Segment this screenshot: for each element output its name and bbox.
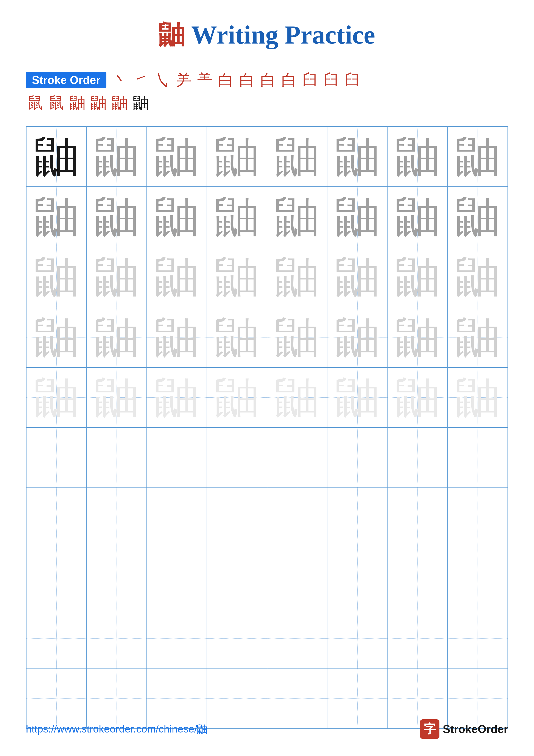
practice-char-light: 鼬: [275, 256, 318, 298]
grid-cell: 鼬: [447, 187, 508, 247]
stroke-15: 鼬: [70, 93, 85, 113]
footer-url[interactable]: https://www.strokeorder.com/chinese/鼬: [26, 722, 207, 736]
footer-logo-text: StrokeOrder: [443, 723, 508, 736]
title-text: Writing Practice: [191, 20, 375, 50]
practice-char-light: 鼬: [95, 256, 138, 298]
practice-grid: 鼬 鼬 鼬 鼬 鼬 鼬 鼬 鼬: [26, 126, 508, 729]
practice-char-medium: 鼬: [155, 135, 198, 178]
grid-cell: 鼬: [387, 307, 447, 367]
practice-char-medium: 鼬: [95, 135, 138, 178]
grid-row-8: [26, 548, 508, 608]
grid-cell: 鼬: [447, 307, 508, 367]
practice-char-light: 鼬: [35, 316, 78, 359]
grid-cell-empty: [327, 548, 387, 608]
stroke-order-row2: 鼠 鼠 鼬 鼬 鼬 鼬: [26, 93, 508, 113]
stroke-6: 白: [218, 69, 234, 90]
practice-char-very-light: 鼬: [275, 376, 318, 419]
practice-char-very-light: 鼬: [95, 376, 138, 419]
practice-char-very-light: 鼬: [456, 376, 499, 419]
practice-char-very-light: 鼬: [336, 376, 379, 419]
grid-cell-empty: [327, 608, 387, 668]
stroke-13: 鼠: [28, 93, 43, 113]
footer-logo-char: 字: [424, 721, 436, 737]
grid-cell-empty: [147, 428, 207, 488]
practice-char-light: 鼬: [216, 316, 259, 359]
grid-cell-empty: [26, 608, 87, 668]
practice-char-light: 鼬: [396, 316, 439, 359]
grid-cell: 鼬: [387, 126, 447, 187]
practice-char-medium: 鼬: [275, 135, 318, 178]
practice-char-light: 鼬: [155, 256, 198, 298]
grid-cell: 鼬: [147, 247, 207, 307]
grid-cell-empty: [147, 488, 207, 548]
practice-char-medium: 鼬: [396, 195, 439, 238]
practice-char-medium: 鼬: [275, 195, 318, 238]
title-char: 鼬: [159, 17, 185, 52]
grid-cell: 鼬: [267, 367, 327, 428]
grid-cell: 鼬: [267, 247, 327, 307]
practice-char-light: 鼬: [95, 316, 138, 359]
grid-cell: 鼬: [327, 307, 387, 367]
grid-cell-empty: [26, 428, 87, 488]
grid-cell: 鼬: [387, 187, 447, 247]
grid-cell: 鼬: [267, 307, 327, 367]
grid-cell: 鼬: [147, 367, 207, 428]
grid-cell-empty: [26, 488, 87, 548]
stroke-10: 臼: [302, 69, 318, 90]
stroke-12: 臼: [345, 69, 360, 90]
practice-char-light: 鼬: [456, 256, 499, 298]
grid-cell: 鼬: [207, 367, 267, 428]
grid-cell: 鼬: [327, 187, 387, 247]
grid-cell-empty: [207, 428, 267, 488]
grid-cell: 鼬: [447, 126, 508, 187]
grid-cell: 鼬: [26, 187, 87, 247]
practice-char-light: 鼬: [336, 316, 379, 359]
practice-char-very-light: 鼬: [35, 376, 78, 419]
grid-cell: 鼬: [26, 126, 87, 187]
grid-cell: 鼬: [207, 126, 267, 187]
stroke-18: 鼬: [133, 93, 149, 113]
grid-cell-empty: [87, 608, 146, 668]
grid-cell: 鼬: [447, 367, 508, 428]
grid-cell: 鼬: [447, 247, 508, 307]
grid-cell: 鼬: [267, 187, 327, 247]
grid-cell: 鼬: [87, 126, 146, 187]
grid-row-6: [26, 428, 508, 488]
grid-cell-empty: [147, 608, 207, 668]
stroke-4: ⺶: [176, 69, 191, 90]
practice-char-dark: 鼬: [35, 135, 78, 178]
grid-row-3: 鼬 鼬 鼬 鼬 鼬 鼬 鼬 鼬: [26, 247, 508, 307]
practice-char-medium: 鼬: [95, 195, 138, 238]
stroke-14: 鼠: [49, 93, 64, 113]
grid-cell-empty: [207, 488, 267, 548]
stroke-9: 白: [281, 69, 297, 90]
grid-cell-empty: [147, 548, 207, 608]
grid-cell-empty: [26, 548, 87, 608]
grid-cell-empty: [447, 428, 508, 488]
grid-cell-empty: [327, 428, 387, 488]
practice-char-light: 鼬: [336, 256, 379, 298]
stroke-order-section: Stroke Order 丶 ㇀ ㇂ ⺶ ⺷ 白 白 白 白 臼 臼 臼 鼠 鼠…: [26, 69, 508, 113]
footer-logo-icon: 字: [420, 719, 440, 739]
grid-row-2: 鼬 鼬 鼬 鼬 鼬 鼬 鼬 鼬: [26, 187, 508, 247]
grid-cell-empty: [207, 608, 267, 668]
grid-cell: 鼬: [327, 247, 387, 307]
grid-row-1: 鼬 鼬 鼬 鼬 鼬 鼬 鼬 鼬: [26, 126, 508, 187]
footer-logo: 字 StrokeOrder: [420, 719, 508, 739]
grid-cell: 鼬: [26, 307, 87, 367]
practice-char-medium: 鼬: [216, 135, 259, 178]
grid-cell: 鼬: [207, 307, 267, 367]
stroke-17: 鼬: [112, 93, 128, 113]
stroke-7: 白: [239, 69, 255, 90]
stroke-order-row1: Stroke Order 丶 ㇀ ㇂ ⺶ ⺷ 白 白 白 白 臼 臼 臼: [26, 69, 508, 90]
grid-cell: 鼬: [87, 307, 146, 367]
grid-cell-empty: [207, 548, 267, 608]
grid-row-4: 鼬 鼬 鼬 鼬 鼬 鼬 鼬 鼬: [26, 307, 508, 367]
practice-char-light: 鼬: [275, 316, 318, 359]
grid-cell-empty: [447, 608, 508, 668]
practice-char-light: 鼬: [216, 256, 259, 298]
grid-cell: 鼬: [87, 187, 146, 247]
stroke-16: 鼬: [91, 93, 106, 113]
grid-cell: 鼬: [147, 307, 207, 367]
practice-char-medium: 鼬: [456, 135, 499, 178]
